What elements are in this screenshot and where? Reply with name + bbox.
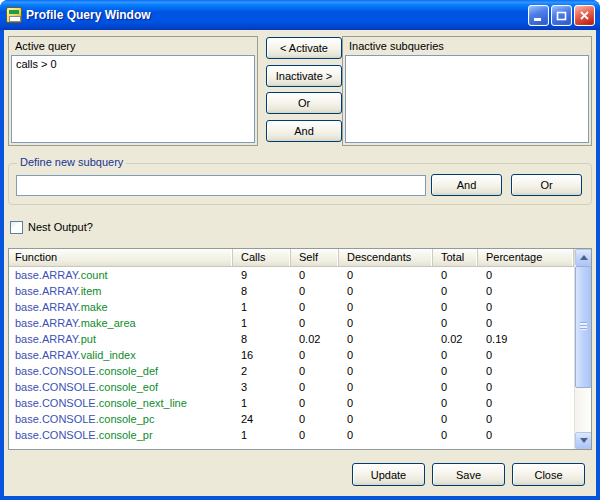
table-row[interactable]: base.ARRAY.valid_index 16 0 0 0 0 bbox=[9, 347, 574, 363]
function-prefix: base.ARRAY. bbox=[15, 333, 81, 345]
nest-output-checkbox[interactable]: Nest Output? bbox=[10, 220, 93, 234]
column-header-calls[interactable]: Calls bbox=[233, 249, 291, 266]
window-controls bbox=[528, 5, 595, 26]
table-scrollbar[interactable] bbox=[574, 249, 591, 449]
arrow-up-icon bbox=[580, 255, 588, 260]
metric-cell: 0 bbox=[478, 315, 574, 331]
metric-cell: 0 bbox=[478, 395, 574, 411]
function-feature: valid_index bbox=[81, 349, 136, 361]
metric-cell: 0 bbox=[478, 299, 574, 315]
function-prefix: base.ARRAY. bbox=[15, 349, 81, 361]
window-title: Profile Query Window bbox=[26, 8, 528, 22]
profile-query-window: Profile Query Window Active query calls … bbox=[0, 0, 600, 500]
table-row[interactable]: base.CONSOLE.console_pc 24 0 0 0 0 bbox=[9, 411, 574, 427]
metric-cell: 0 bbox=[433, 395, 478, 411]
subquery-or-button[interactable]: Or bbox=[511, 174, 582, 196]
table-row[interactable]: base.CONSOLE.console_pr 1 0 0 0 0 bbox=[9, 427, 574, 443]
or-button[interactable]: Or bbox=[266, 92, 342, 114]
maximize-button[interactable] bbox=[551, 5, 572, 26]
close-dialog-button[interactable]: Close bbox=[512, 463, 585, 486]
metric-cell: 1 bbox=[233, 395, 291, 411]
metric-cell: 0 bbox=[478, 363, 574, 379]
column-header-total[interactable]: Total bbox=[433, 249, 478, 266]
column-header-function[interactable]: Function bbox=[9, 249, 233, 266]
function-cell: base.CONSOLE.console_next_line bbox=[9, 395, 233, 411]
metric-cell: 0 bbox=[433, 283, 478, 299]
metric-cell: 24 bbox=[233, 411, 291, 427]
metric-cell: 0 bbox=[339, 395, 433, 411]
metric-cell: 1 bbox=[233, 299, 291, 315]
minimize-icon bbox=[533, 10, 544, 21]
metric-cell: 0 bbox=[478, 427, 574, 443]
function-prefix: base.ARRAY. bbox=[15, 269, 81, 281]
close-icon bbox=[579, 10, 590, 21]
metric-cell: 0 bbox=[478, 283, 574, 299]
subquery-and-button[interactable]: And bbox=[431, 174, 502, 196]
table-row[interactable]: base.ARRAY.make 1 0 0 0 0 bbox=[9, 299, 574, 315]
function-cell: base.CONSOLE.console_def bbox=[9, 363, 233, 379]
window-icon bbox=[6, 7, 22, 23]
function-feature: console_pr bbox=[99, 429, 153, 441]
function-cell: base.ARRAY.make_area bbox=[9, 315, 233, 331]
table-row[interactable]: base.CONSOLE.console_def 2 0 0 0 0 bbox=[9, 363, 574, 379]
scroll-up-button[interactable] bbox=[575, 249, 592, 266]
function-feature: console_pc bbox=[99, 413, 155, 425]
table-header: Function Calls Self Descendants Total Pe… bbox=[9, 249, 574, 267]
metric-cell: 0 bbox=[291, 379, 339, 395]
metric-cell: 0 bbox=[291, 347, 339, 363]
update-button[interactable]: Update bbox=[352, 463, 425, 486]
metric-cell: 2 bbox=[233, 363, 291, 379]
active-query-list[interactable]: calls > 0 bbox=[11, 55, 255, 143]
table-body: base.ARRAY.count 9 0 0 0 0 base.ARRAY.it… bbox=[9, 267, 574, 449]
column-header-self[interactable]: Self bbox=[291, 249, 339, 266]
table-row[interactable]: base.CONSOLE.console_next_line 1 0 0 0 0 bbox=[9, 395, 574, 411]
table-row[interactable]: base.ARRAY.put 8 0.02 0 0.02 0.19 bbox=[9, 331, 574, 347]
inactive-subqueries-panel: Inactive subqueries bbox=[342, 36, 592, 146]
metric-cell: 0 bbox=[433, 299, 478, 315]
function-prefix: base.ARRAY. bbox=[15, 317, 81, 329]
minimize-button[interactable] bbox=[528, 5, 549, 26]
table-row[interactable]: base.ARRAY.make_area 1 0 0 0 0 bbox=[9, 315, 574, 331]
function-feature: put bbox=[81, 333, 96, 345]
metric-cell: 0 bbox=[339, 347, 433, 363]
scroll-down-button[interactable] bbox=[575, 432, 592, 449]
table-row[interactable]: base.CONSOLE.console_eof 3 0 0 0 0 bbox=[9, 379, 574, 395]
function-prefix: base.CONSOLE. bbox=[15, 397, 99, 409]
inactive-subqueries-label: Inactive subqueries bbox=[343, 37, 591, 55]
function-prefix: base.CONSOLE. bbox=[15, 365, 99, 377]
table-row[interactable]: base.ARRAY.count 9 0 0 0 0 bbox=[9, 267, 574, 283]
metric-cell: 0 bbox=[433, 363, 478, 379]
client-area: Active query calls > 0 < Activate Inacti… bbox=[4, 30, 596, 496]
metric-cell: 0 bbox=[291, 363, 339, 379]
metric-cell: 0 bbox=[339, 427, 433, 443]
metric-cell: 0 bbox=[339, 379, 433, 395]
inactivate-button[interactable]: Inactivate > bbox=[266, 65, 342, 87]
metric-cell: 3 bbox=[233, 379, 291, 395]
save-button[interactable]: Save bbox=[432, 463, 505, 486]
function-feature: console_eof bbox=[99, 381, 158, 393]
activate-button[interactable]: < Activate bbox=[266, 37, 342, 59]
metric-cell: 9 bbox=[233, 267, 291, 283]
function-prefix: base.ARRAY. bbox=[15, 285, 81, 297]
and-button[interactable]: And bbox=[266, 120, 342, 142]
scrollbar-thumb[interactable] bbox=[575, 266, 592, 388]
close-button[interactable] bbox=[574, 5, 595, 26]
metric-cell: 0 bbox=[433, 427, 478, 443]
table-row[interactable]: base.ARRAY.item 8 0 0 0 0 bbox=[9, 283, 574, 299]
metric-cell: 0 bbox=[433, 379, 478, 395]
inactive-subqueries-list[interactable] bbox=[345, 55, 589, 143]
metric-cell: 0 bbox=[433, 267, 478, 283]
metric-cell: 8 bbox=[233, 283, 291, 299]
metric-cell: 0 bbox=[291, 411, 339, 427]
function-cell: base.CONSOLE.console_eof bbox=[9, 379, 233, 395]
column-header-descendants[interactable]: Descendants bbox=[339, 249, 433, 266]
function-cell: base.ARRAY.put bbox=[9, 331, 233, 347]
profile-table: Function Calls Self Descendants Total Pe… bbox=[8, 248, 592, 450]
subquery-input[interactable] bbox=[16, 175, 426, 196]
column-header-percentage[interactable]: Percentage bbox=[478, 249, 574, 266]
function-feature: console_def bbox=[99, 365, 158, 377]
titlebar[interactable]: Profile Query Window bbox=[0, 0, 600, 30]
maximize-icon bbox=[556, 10, 567, 21]
active-query-item[interactable]: calls > 0 bbox=[12, 56, 254, 72]
metric-cell: 0 bbox=[339, 283, 433, 299]
